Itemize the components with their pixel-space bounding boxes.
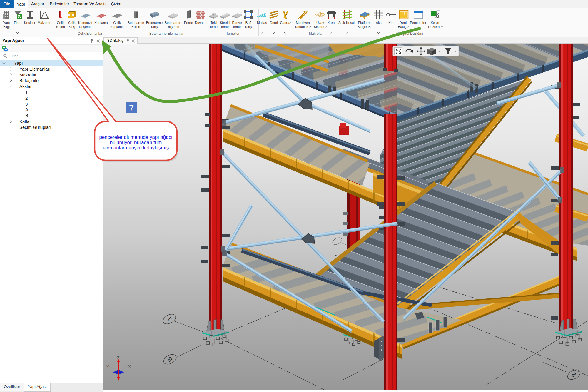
svg-text:X: X	[128, 364, 131, 369]
svg-text:Z: Z	[117, 356, 120, 360]
svg-text:Y: Y	[106, 364, 109, 369]
